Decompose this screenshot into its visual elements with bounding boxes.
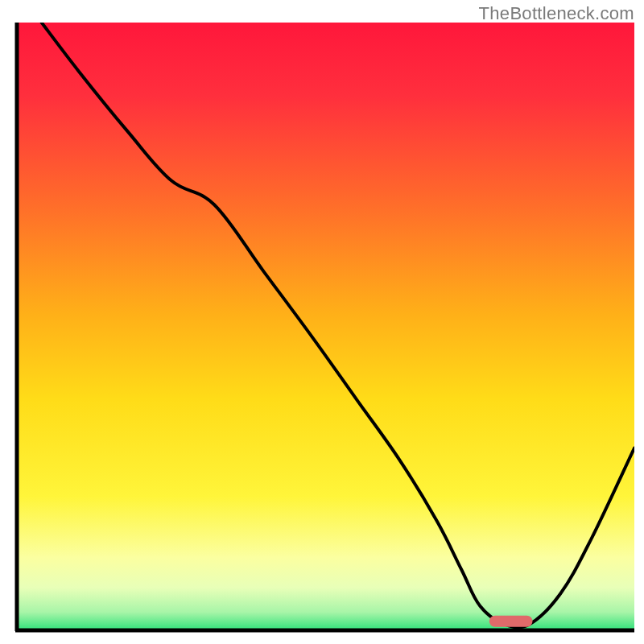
watermark-text: TheBottleneck.com bbox=[479, 3, 634, 24]
chart-container: TheBottleneck.com bbox=[0, 0, 644, 644]
optimal-range-marker bbox=[489, 616, 533, 627]
gradient-background bbox=[17, 23, 634, 630]
chart-svg bbox=[14, 23, 634, 633]
plot-area bbox=[14, 23, 634, 633]
